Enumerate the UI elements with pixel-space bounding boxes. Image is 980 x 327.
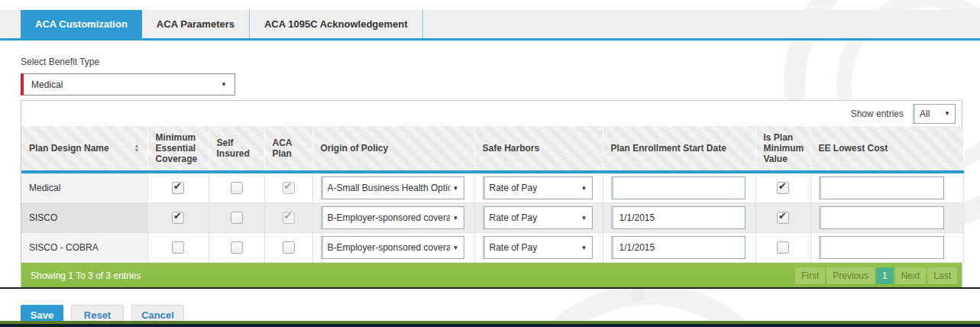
column-header-is-plan-minimum-value: Is Plan Minimum Value [755, 126, 810, 172]
pagination: First Previous 1 Next Last [794, 267, 957, 284]
column-header-origin-of-policy: Origin of Policy [312, 126, 474, 172]
safe-harbors-select[interactable]: Rate of Pay▼ [483, 206, 593, 229]
column-header-plan-enrollment-start-date: Plan Enrollment Start Date [603, 126, 755, 172]
chevron-down-icon: ▼ [453, 215, 459, 222]
is-plan-minimum-value-checkbox[interactable] [777, 212, 789, 224]
chevron-down-icon: ▼ [581, 244, 587, 251]
show-entries-select[interactable]: All ▼ [913, 104, 956, 124]
plans-table: Plan Design Name ▲▼ Minimum Essential Co… [21, 126, 964, 263]
tab-bar: ACA Customization ACA Parameters ACA 109… [0, 10, 980, 40]
self-insured-checkbox[interactable] [231, 182, 243, 194]
is-plan-minimum-value-checkbox[interactable] [777, 241, 789, 254]
chevron-down-icon: ▼ [221, 81, 227, 88]
tab-aca-1095c-acknowledgement[interactable]: ACA 1095C Acknowledgement [250, 10, 423, 38]
column-header-aca-plan: ACA Plan [264, 126, 312, 172]
plan-design-name-cell: SISCO - COBRA [21, 233, 147, 263]
is-plan-minimum-value-checkbox[interactable] [777, 182, 789, 194]
self-insured-checkbox[interactable] [231, 212, 243, 224]
column-header-safe-harbors: Safe Harbors [474, 126, 603, 172]
tab-aca-customization[interactable]: ACA Customization [21, 10, 142, 38]
self-insured-checkbox[interactable] [231, 241, 243, 254]
top-spacer [0, 0, 980, 10]
origin-of-policy-select[interactable]: B-Employer-sponsored coverag▼ [321, 206, 464, 229]
safe-harbors-select[interactable]: Rate of Pay▼ [483, 176, 593, 199]
show-entries-value: All [920, 108, 930, 119]
tab-aca-parameters[interactable]: ACA Parameters [142, 10, 250, 38]
minimum-essential-coverage-checkbox[interactable] [172, 212, 184, 224]
show-entries-label: Show entries [851, 108, 904, 119]
pagination-next-button[interactable]: Next [895, 267, 927, 284]
chevron-down-icon: ▼ [453, 244, 459, 251]
plans-table-panel: Show entries All ▼ Plan Design Name ▲▼ M… [21, 100, 962, 289]
benefit-type-select[interactable]: Medical ▼ [21, 73, 235, 96]
column-header-plan-design-name[interactable]: Plan Design Name ▲▼ [21, 126, 147, 172]
chevron-down-icon: ▼ [581, 215, 587, 222]
chevron-down-icon: ▼ [453, 185, 459, 192]
aca-plan-checkbox[interactable] [283, 241, 295, 254]
table-toolbar: Show entries All ▼ [21, 101, 962, 126]
horizontal-divider [0, 287, 980, 289]
minimum-essential-coverage-checkbox[interactable] [172, 182, 184, 194]
pagination-page-1-button[interactable]: 1 [876, 267, 894, 284]
aca-plan-checkbox [283, 212, 295, 224]
sort-icon[interactable]: ▲▼ [134, 144, 140, 153]
pagination-first-button[interactable]: First [795, 267, 825, 284]
table-footer: Showing 1 To 3 of 3 entries First Previo… [21, 263, 962, 288]
column-header-minimum-essential-coverage: Minimum Essential Coverage [147, 126, 209, 172]
plan-enrollment-start-date-input[interactable] [611, 176, 746, 199]
plan-enrollment-start-date-input[interactable] [611, 236, 746, 259]
ee-lowest-cost-input[interactable] [819, 206, 944, 229]
table-row: Medical A-Small Business Health Optio▼ R… [21, 172, 963, 203]
table-row: SISCO B-Employer-sponsored coverag▼ Rate… [21, 203, 963, 233]
main-content: Select Benefit Type Medical ▼ Show entri… [0, 57, 980, 289]
pagination-previous-button[interactable]: Previous [826, 267, 875, 284]
showing-entries-status: Showing 1 To 3 of 3 entries [31, 270, 141, 281]
table-header-row: Plan Design Name ▲▼ Minimum Essential Co… [21, 126, 963, 172]
plan-design-name-cell: Medical [21, 172, 147, 203]
aca-plan-checkbox [283, 182, 295, 194]
column-header-self-insured: Self Insured [209, 126, 264, 172]
benefit-type-value: Medical [31, 79, 63, 90]
safe-harbors-select[interactable]: Rate of Pay▼ [483, 236, 593, 259]
table-row: SISCO - COBRA B-Employer-sponsored cover… [21, 233, 963, 263]
benefit-type-label: Select Benefit Type [21, 57, 980, 67]
chevron-down-icon: ▼ [581, 185, 587, 192]
bottom-dark-strip [0, 324, 980, 327]
plan-design-name-cell: SISCO [21, 203, 147, 233]
pagination-last-button[interactable]: Last [927, 267, 957, 284]
chevron-down-icon: ▼ [944, 110, 950, 117]
ee-lowest-cost-input[interactable] [819, 236, 944, 259]
origin-of-policy-select[interactable]: B-Employer-sponsored coverag▼ [321, 236, 464, 259]
minimum-essential-coverage-checkbox[interactable] [172, 241, 184, 254]
column-header-ee-lowest-cost: EE Lowest Cost [810, 126, 963, 172]
origin-of-policy-select[interactable]: A-Small Business Health Optio▼ [321, 176, 464, 199]
plan-enrollment-start-date-input[interactable] [611, 206, 746, 229]
ee-lowest-cost-input[interactable] [819, 176, 944, 199]
